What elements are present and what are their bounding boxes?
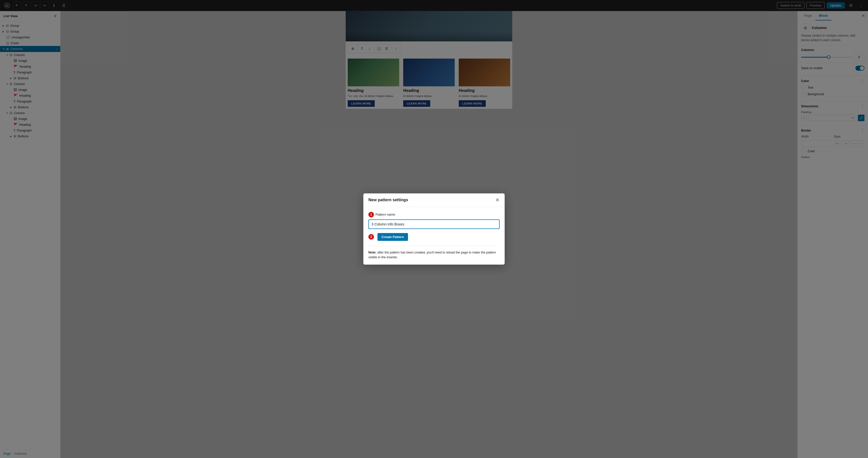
modal-overlay: New pattern settings ✕ 1Pattern name 2Cr… xyxy=(0,0,363,192)
